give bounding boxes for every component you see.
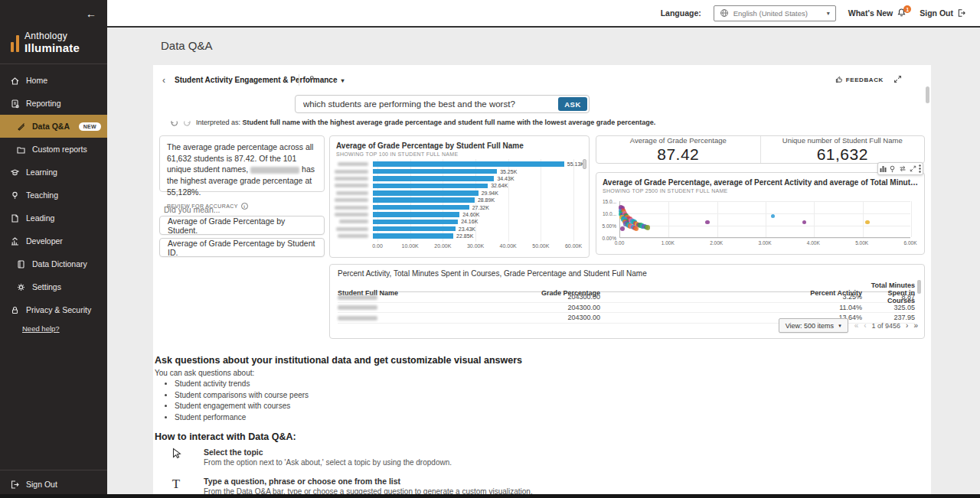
step-type-question: T Type a question, phrase or choose one … (170, 477, 533, 496)
suggestion-item[interactable]: Average of Grade Percentage by Student I… (159, 238, 325, 257)
chevron-left-icon[interactable]: ‹ (162, 75, 165, 86)
x-tick-label: 60.00K (565, 243, 582, 249)
bar-chart-scrollbar[interactable] (583, 159, 586, 169)
kebab-icon[interactable] (919, 164, 921, 173)
bar[interactable] (373, 226, 456, 232)
sidebar-item-developer[interactable]: Developer (0, 229, 107, 252)
scatter-point[interactable] (865, 220, 869, 224)
sidebar-item-data-qa[interactable]: Data Q&A NEW (0, 115, 107, 138)
expand-icon[interactable] (893, 75, 902, 83)
sidebar-item-settings[interactable]: Settings (0, 275, 107, 298)
swap-icon[interactable] (899, 165, 906, 172)
step-title: Select the topic (204, 448, 452, 457)
table-scrollbar[interactable] (917, 280, 921, 294)
cell-minutes: 8.87 (862, 293, 915, 301)
page-status: 1 of 9456 (872, 322, 901, 330)
bullet-item: Student performance (175, 413, 309, 422)
first-page-button[interactable]: « (854, 321, 859, 330)
kpi-unique-students: Unique number of Student Full Name 61,63… (760, 136, 925, 163)
sidebar: ← Anthology Illuminate Home Reporting Da… (0, 0, 107, 498)
scatter-point[interactable] (771, 214, 775, 218)
widget-scrollbar[interactable] (926, 86, 929, 103)
pin-icon[interactable] (306, 75, 315, 83)
collapse-sidebar-icon[interactable]: ← (86, 8, 96, 20)
bar[interactable] (373, 190, 479, 196)
bar[interactable] (373, 184, 488, 189)
mini-bar-chart-icon[interactable] (880, 165, 887, 172)
main-content: Data Q&A ‹ Student Activity Engagement &… (107, 28, 980, 498)
bar-row: 22.85K (335, 233, 584, 239)
bar[interactable] (373, 220, 458, 225)
whats-new-button[interactable]: What's New 1 (848, 8, 908, 18)
lightbulb-icon[interactable] (889, 165, 896, 173)
language-value: English (United States) (733, 9, 822, 18)
table-header-row: Student Full Name Grade Percentage Perce… (338, 282, 915, 292)
sidebar-item-home[interactable]: Home (0, 69, 107, 92)
sidebar-item-privacy-security[interactable]: Privacy & Security (0, 298, 107, 321)
sidebar-item-custom-reports[interactable]: Custom reports (0, 138, 107, 161)
bar-chart-subtitle: SHOWING TOP 100 IN STUDENT FULL NAME (336, 151, 583, 157)
sidebar-item-label: Data Q&A (32, 122, 70, 131)
bar[interactable] (373, 169, 497, 174)
sidebar-item-label: Leading (26, 213, 54, 223)
bullet-item: Student comparisons with course peers (175, 391, 309, 399)
bar[interactable] (373, 197, 475, 203)
bar-row: 32.64K (335, 182, 584, 189)
scatter-point[interactable] (634, 226, 639, 231)
scatter-point[interactable] (705, 220, 709, 224)
scatter-point[interactable] (802, 220, 806, 224)
redo-icon[interactable] (183, 119, 191, 126)
interpreted-row: Interpreted as: Student full name with t… (170, 119, 655, 126)
sidebar-item-leading[interactable]: Leading (0, 207, 107, 229)
table-row: 204300.00 3.25% 8.87 (338, 292, 915, 303)
bar-row: 34.43K (335, 175, 584, 182)
sidebar-item-learning[interactable]: Learning (0, 161, 107, 184)
redacted-student-name (338, 295, 377, 300)
scatter-point[interactable] (620, 226, 625, 231)
step-desc: From the option next to 'Ask about,' sel… (204, 458, 452, 467)
ask-button[interactable]: ASK (558, 97, 587, 111)
chart-mini-toolbar (877, 162, 923, 175)
next-page-button[interactable]: › (906, 321, 908, 330)
topbar-sign-out-button[interactable]: Sign Out (920, 8, 966, 18)
bar[interactable] (373, 212, 459, 217)
lock-icon (10, 305, 20, 315)
sidebar-item-data-dictionary[interactable]: Data Dictionary (0, 252, 107, 275)
y-tick-label: 15.0... (603, 199, 616, 204)
sidebar-item-reporting[interactable]: Reporting (0, 92, 107, 115)
feedback-button[interactable]: FEEDBACK (835, 76, 884, 83)
expand-icon[interactable] (910, 165, 916, 172)
scatter-point[interactable] (645, 225, 650, 229)
redacted-student-name (335, 170, 368, 174)
prev-page-button[interactable]: ‹ (864, 321, 866, 330)
x-tick-label: 10.00K (402, 243, 419, 249)
home-icon (10, 76, 20, 86)
thumbs-up-icon (835, 76, 843, 83)
bar-value-label: 29.94K (482, 190, 498, 196)
exit-icon (957, 8, 966, 18)
sidebar-item-label: Reporting (26, 99, 61, 108)
bar[interactable] (373, 161, 564, 167)
redacted-student-name (335, 177, 368, 181)
undo-icon[interactable] (170, 119, 178, 126)
need-help-link[interactable]: Need help? (22, 324, 107, 333)
bar[interactable] (373, 205, 469, 210)
topic-dropdown[interactable]: Student Activity Engagement & Performanc… (175, 76, 344, 84)
sidebar-item-teaching[interactable]: Teaching (0, 184, 107, 207)
sidebar-item-label: Learning (26, 168, 57, 177)
answer-text: The average grade percentage across all … (167, 142, 317, 197)
language-select[interactable]: English (United States) ▾ (714, 5, 836, 21)
ask-bar: ASK (295, 95, 590, 113)
leading-icon (10, 213, 20, 223)
question-input[interactable] (295, 95, 590, 113)
scatter-plot-area (619, 201, 910, 238)
suggestion-item[interactable]: Average of Grade Percentage by Student. (159, 216, 325, 235)
info-icon[interactable]: i (241, 203, 248, 210)
bar[interactable] (373, 233, 453, 239)
last-page-button[interactable]: » (913, 321, 918, 330)
view-items-dropdown[interactable]: View: 500 items▾ (779, 318, 848, 333)
bar-row: 55.13K (335, 161, 584, 168)
bar[interactable] (373, 176, 494, 181)
topbar: Language: English (United States) ▾ What… (107, 0, 980, 28)
bar-value-label: 22.85K (456, 233, 473, 239)
